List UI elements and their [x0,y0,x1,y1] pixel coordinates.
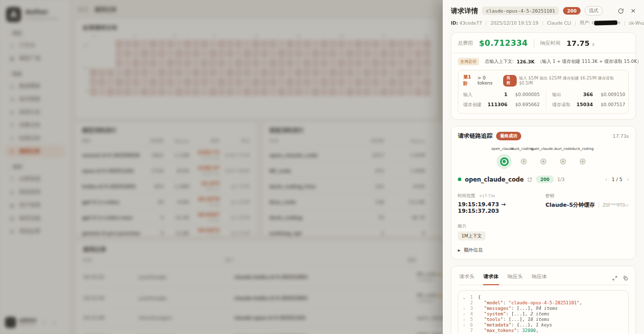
extra-info-toggle[interactable]: ▶ 额外信息 [458,247,629,254]
context-total: 126.3K [517,59,534,64]
line-number: 7 [467,328,473,333]
line-number: 2 [467,300,473,306]
collapse-caret-icon[interactable]: › [461,323,467,327]
client-name: Claude CLI [547,21,571,26]
code-line: › 6 "metadata": {...}, 1 keys [461,322,623,328]
selected-channel-name: open_claude_code [465,176,524,183]
trace-node[interactable]: ikun_code [553,147,573,169]
trace-node-label: open_claude... [531,147,556,151]
trace-node[interactable]: duck_coding [573,147,593,169]
body-tabs: 请求头请求体响应头响应体 [459,272,547,285]
collapse-caret-icon[interactable]: › [461,317,467,322]
time-delta: +17.73s [479,194,495,198]
active-dot [458,178,461,181]
tier-row: 缓存读取 15034 $0.007517 [552,100,625,110]
key-masked-value: Z0F***PT0= [603,203,629,208]
refresh-icon[interactable] [618,8,624,14]
tier-row: 输入 1 $0.000005 [463,90,540,100]
collapse-caret-icon[interactable]: › [461,312,467,316]
code-line: › 3 "messages": [...], 94 items [461,306,623,311]
trace-status-badge: 最终成功 [496,132,521,140]
stream-badge: 流式 [585,6,603,16]
json-code-viewer[interactable]: ⌄ 1 { 2 "model": "claude-opus-4-5-202511… [458,290,629,334]
copy-icon[interactable] [623,276,628,281]
current-tier-badge: 当前 [503,75,516,87]
context-detail: （输入 1 + 缓存创建 111.3K + 缓存读取 15.0K） [538,58,641,65]
trace-node-dot [580,158,586,164]
line-number: 3 [467,306,473,311]
request-time: 2025/12/10 19:15:19 [491,21,538,26]
tier-name: 第1阶 [463,74,475,87]
key-block: 密钥 Claude-5分钟缓存 Z0F***PT0= [545,190,629,214]
total-cost-label: 总费用 [458,40,473,47]
payload-card: 请求头请求体响应头响应体 ⌄ 1 { 2 "model": "claude-op… [451,266,636,334]
next-node-button[interactable]: › [627,177,629,182]
active-node-halo [497,154,512,169]
ability-label: 能力 [458,223,466,228]
app-window: A Aether AI Gateway Console ⌄概览⌂工作台▦模型广场… [0,0,644,334]
code-line: › 5 "tools": [...], 18 items [461,317,623,322]
request-meta: ID: 43cede77 | 2025/12/10 19:15:19 | Cla… [451,20,636,26]
caret-right-icon: ▶ [458,248,460,253]
cost-card: 总费用 $0.712334 响应时间 17.75 s 全局定价 总输入上下文: … [451,32,636,120]
trace-node-label: duck_coding [572,147,594,151]
trace-duration: 17.73s [613,133,629,139]
line-number: 4 [467,311,473,317]
trace-card: 请求链路追踪 最终成功 17.73s open_claude... duck_c… [451,126,636,260]
expand-icon[interactable] [612,276,617,281]
ability-tag: 1M上下文 [458,231,486,240]
trace-node[interactable]: open_claude... [534,147,553,169]
key-label: 密钥 [545,193,554,198]
selected-node-row: open_claude_code 200 1/3 ‹ 1 / 5 › [458,176,629,183]
tier-rates: 输入 $5/M 输出 $25/M 缓存创建 $6.25/M 缓存读取 $0.5/… [519,75,623,86]
attempt-count: 1/3 [557,177,565,182]
prev-node-button[interactable]: ‹ [605,177,607,182]
request-detail-panel: 请求详情 claude-opus-4-5-20251101 200 流式 ID:… [443,0,644,334]
latency-label: 响应时间 [540,40,560,47]
close-icon[interactable] [630,8,636,14]
tab-请求体[interactable]: 请求体 [483,272,499,285]
collapse-caret-icon[interactable]: ⌄ [461,295,467,300]
context-summary: 全局定价 总输入上下文: 126.3K （输入 1 + 缓存创建 111.3K … [458,58,629,65]
tab-响应体[interactable]: 响应体 [531,272,547,285]
trace-node-label: ikun_code [554,147,572,151]
tab-请求头[interactable]: 请求头 [459,272,475,285]
code-line: ⌄ 1 { [461,295,623,300]
tab-响应头[interactable]: 响应头 [507,272,523,285]
code-lines: ⌄ 1 { 2 "model": "claude-opus-4-5-202511… [461,295,623,334]
external-link-icon[interactable] [527,177,532,182]
pricing-badge: 全局定价 [458,58,479,65]
trace-node-dot [521,158,527,164]
tier-col-right: 输出 366 $0.009150 缓存读取 15034 $0.007517 [546,90,625,110]
status-badge: 200 [563,7,581,15]
tier-col-left: 输入 1 $0.000005 缓存创建 111306 $0.695662 [463,90,546,110]
code-line: 7 "max_tokens": 32000, [461,328,623,333]
request-id: 43cede77 [459,21,482,26]
trace-node-dot [560,158,566,164]
line-number: 6 [467,322,473,328]
redaction-mark [594,20,617,25]
ability-block: 能力 1M上下文 [458,220,545,240]
context-label: 总输入上下文: [485,58,514,65]
node-pager: 1 / 5 [612,177,622,182]
time-range-label: 时间范围 [458,193,475,198]
node-status-badge: 200 [536,176,554,183]
tier-range: > 0 tokens [477,75,501,86]
panel-header: 请求详情 claude-opus-4-5-20251101 200 流式 [451,6,636,16]
tier-row: 缓存创建 111306 $0.695662 [463,100,540,110]
time-range-value: 19:15:19.473 → 19:15:37.203 [458,201,545,214]
tier-row: 输出 366 $0.009150 [552,90,625,100]
total-cost-value: $0.712334 [479,38,528,48]
code-line: › 4 "system": [...], 2 items [461,311,623,317]
key-name: Claude-5分钟缓存 [545,201,595,209]
line-number: 5 [467,317,473,322]
pricing-tier-box: 第1阶 > 0 tokens 当前 输入 $5/M 输出 $25/M 缓存创建 … [458,70,629,114]
time-range-block: 时间范围+17.73s 19:15:19.473 → 19:15:37.203 [458,190,545,214]
user-field: 用户: cn [580,20,620,26]
line-number: 1 [467,295,473,300]
latency-value: 17.75 s [567,39,594,47]
api-key-masked: sk-WvzlSy4...uwgB [629,21,644,26]
collapse-caret-icon[interactable]: › [461,306,467,311]
id-label: ID: [451,21,458,26]
payload-tabbar: 请求头请求体响应头响应体 [458,272,629,285]
